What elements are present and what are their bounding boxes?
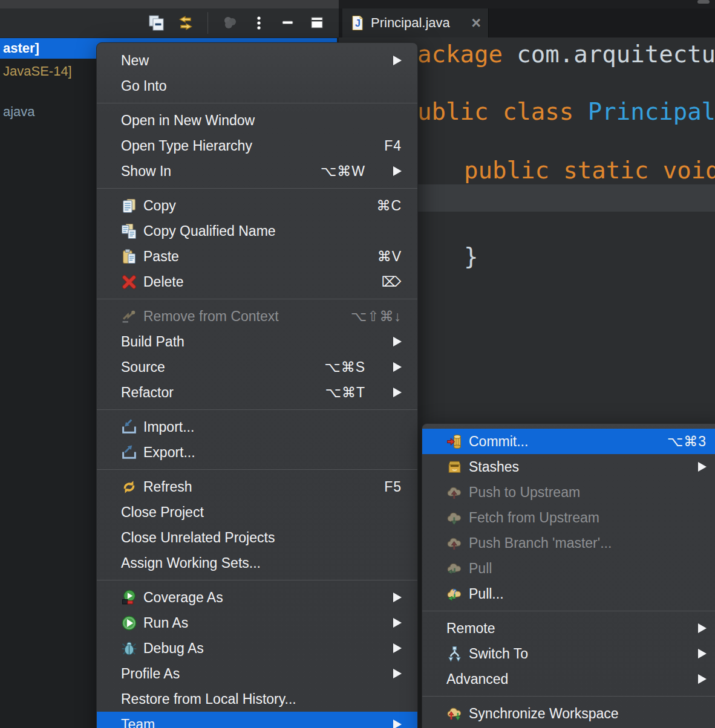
menu-separator — [97, 469, 417, 470]
menu-item-copy-qualified-name[interactable]: Copy Qualified Name — [97, 218, 417, 244]
fetch-icon — [446, 510, 463, 526]
menu-item-profile-as[interactable]: Profile As — [97, 661, 417, 686]
menu-item-label: Profile As — [121, 666, 180, 682]
submenu-arrow-icon — [698, 462, 707, 472]
menu-item-fetch-from-upstream[interactable]: Fetch from Upstream — [422, 505, 715, 530]
minimize-icon[interactable] — [278, 13, 298, 33]
menu-item-switch-to[interactable]: Switch To — [422, 641, 715, 666]
menu-item-remove-from-context[interactable]: Remove from Context⌥⇧⌘↓ — [97, 304, 417, 329]
menu-item-label: Remote — [446, 620, 495, 637]
menu-item-coverage-as[interactable]: Coverage As — [97, 585, 417, 610]
menu-item-shortcut: ⌥⌘T — [325, 385, 365, 401]
toolbar-divider — [207, 12, 208, 34]
team-submenu: Commit...⌥⌘3StashesPush to UpstreamFetch… — [422, 423, 715, 728]
project-context-menu: NewGo IntoOpen in New WindowOpen Type Hi… — [96, 42, 418, 728]
copy-qualified-icon — [121, 223, 137, 239]
menu-item-label: Build Path — [121, 334, 184, 350]
menu-item-pull[interactable]: Pull — [422, 556, 715, 581]
editor-tabstrip: J Principal.java × — [339, 8, 715, 37]
menu-item-source[interactable]: Source⌥⌘S — [97, 354, 417, 380]
svg-text:J: J — [355, 18, 361, 28]
menu-item-shortcut: ⌘V — [377, 249, 402, 265]
push-icon — [446, 484, 463, 501]
paste-icon — [121, 249, 137, 265]
menu-item-remote[interactable]: Remote — [422, 616, 715, 641]
maximize-icon[interactable] — [307, 13, 327, 33]
menu-item-push-branch-master[interactable]: Push Branch 'master'... — [422, 530, 715, 556]
menu-item-open-type-hierarchy[interactable]: Open Type HierarchyF4 — [97, 133, 417, 158]
menu-item-label: Fetch from Upstream — [469, 510, 599, 526]
code-line: ackage com.arquitectu — [417, 41, 715, 68]
menu-item-show-in[interactable]: Show In⌥⌘W — [97, 158, 417, 184]
menu-item-label: Copy — [143, 198, 176, 214]
submenu-arrow-icon — [393, 388, 402, 397]
submenu-arrow-icon — [698, 674, 707, 684]
menu-separator — [97, 580, 417, 580]
menu-item-copy[interactable]: Copy⌘C — [97, 193, 417, 218]
menu-item-go-into[interactable]: Go Into — [97, 73, 417, 99]
menu-separator — [97, 409, 417, 410]
submenu-arrow-icon — [698, 649, 707, 658]
menu-item-open-in-new-window[interactable]: Open in New Window — [97, 108, 417, 133]
menu-item-pull[interactable]: ?Pull... — [422, 581, 715, 606]
menu-item-label: Export... — [143, 444, 195, 461]
commit-icon — [446, 434, 463, 450]
menu-item-push-to-upstream[interactable]: Push to Upstream — [422, 479, 715, 505]
menu-item-refresh[interactable]: RefreshF5 — [97, 474, 417, 499]
menu-separator — [97, 103, 417, 103]
tab-close-icon[interactable]: × — [471, 15, 481, 31]
menu-item-run-as[interactable]: Run As — [97, 610, 417, 635]
working-sets-icon[interactable] — [220, 13, 240, 33]
menu-item-label: Commit... — [469, 434, 528, 450]
menu-item-label: Team — [121, 717, 155, 728]
menu-item-label: Source — [121, 359, 165, 375]
menu-item-paste[interactable]: Paste⌘V — [97, 244, 417, 269]
menu-item-label: Refactor — [121, 385, 174, 401]
menu-item-shortcut: ⌥⌘3 — [667, 434, 707, 450]
menu-separator — [97, 188, 417, 189]
menu-item-export[interactable]: Export... — [97, 440, 417, 465]
menu-item-label: Import... — [143, 419, 194, 435]
code-line: } — [464, 243, 478, 271]
menu-item-close-unrelated-projects[interactable]: Close Unrelated Projects — [97, 525, 417, 550]
submenu-arrow-icon — [393, 56, 402, 65]
menu-item-commit[interactable]: Commit...⌥⌘3 — [422, 429, 715, 454]
menu-item-label: Advanced — [446, 671, 508, 687]
menu-item-refactor[interactable]: Refactor⌥⌘T — [97, 380, 417, 405]
tree-item-label: JavaSE-14] — [3, 63, 72, 79]
menu-item-build-path[interactable]: Build Path — [97, 329, 417, 354]
project-item-label: aster] — [3, 41, 39, 56]
tab-principal-java[interactable]: J Principal.java × — [342, 8, 489, 37]
menu-item-advanced[interactable]: Advanced — [422, 666, 715, 692]
menu-item-label: Close Project — [121, 504, 204, 521]
menu-item-label: Synchronize Workspace — [469, 706, 619, 722]
menu-item-delete[interactable]: Delete⌦ — [97, 269, 417, 294]
menu-item-import[interactable]: Import... — [97, 414, 417, 440]
menu-item-restore-from-local-history[interactable]: Restore from Local History... — [97, 686, 417, 712]
menu-item-close-project[interactable]: Close Project — [97, 499, 417, 525]
collapse-all-icon[interactable] — [147, 13, 166, 33]
menu-item-assign-working-sets[interactable]: Assign Working Sets... — [97, 550, 417, 576]
menu-item-synchronize-workspace[interactable]: Synchronize Workspace — [422, 701, 715, 726]
menu-item-label: Remove from Context — [143, 308, 279, 325]
menu-item-stashes[interactable]: Stashes — [422, 454, 715, 479]
menu-item-label: Debug As — [143, 640, 204, 657]
menu-item-shortcut: F4 — [384, 138, 402, 154]
menu-item-new[interactable]: New — [97, 48, 417, 73]
push-branch-icon — [446, 535, 463, 551]
menu-item-shortcut: ⌥⌘W — [321, 163, 365, 180]
menu-item-label: Open in New Window — [121, 112, 255, 129]
menu-item-label: Delete — [143, 274, 183, 290]
menu-item-label: Stashes — [469, 459, 519, 475]
view-menu-icon[interactable] — [249, 13, 269, 33]
code-line: public static void — [464, 157, 715, 184]
eclipse-window: J Principal.java × aster] JavaSE-14] aja… — [0, 0, 715, 728]
menu-item-team[interactable]: Team — [97, 712, 417, 728]
submenu-arrow-icon — [393, 593, 402, 602]
tree-item-label: ajava — [3, 104, 35, 120]
menu-item-debug-as[interactable]: Debug As — [97, 635, 417, 661]
link-with-editor-icon[interactable] — [176, 13, 195, 33]
menu-item-label: Switch To — [469, 646, 528, 662]
debug-icon — [121, 640, 137, 657]
menu-item-label: Coverage As — [143, 590, 223, 606]
